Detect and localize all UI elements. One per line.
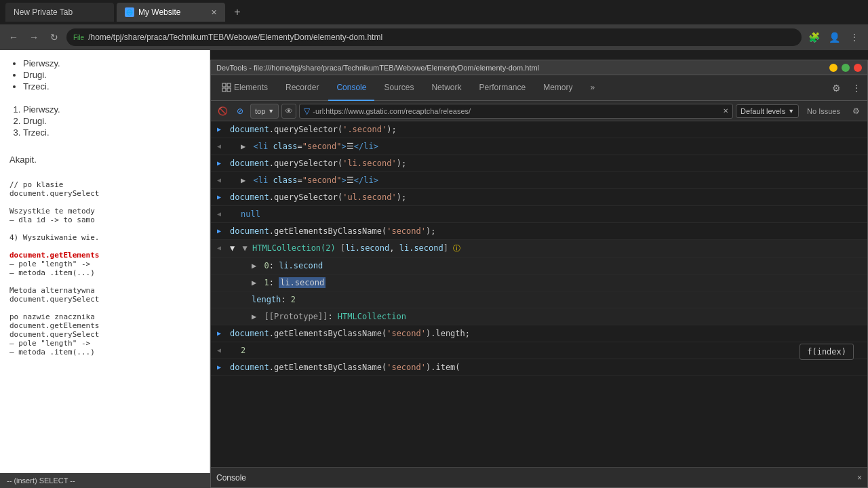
tab-sources[interactable]: Sources <box>376 75 422 101</box>
entry-text: document.querySelector('.second'); <box>227 123 867 136</box>
more-icon[interactable]: ⋮ <box>848 80 865 96</box>
console-entry-prototype: ▶ [[Prototype]]: HTMLCollection <box>211 308 867 325</box>
back-button[interactable]: ← <box>5 29 22 45</box>
filter-clear-btn[interactable]: ✕ <box>723 107 728 115</box>
entry-item: ▶ 1: li.second <box>227 276 867 289</box>
context-label: top <box>255 107 265 115</box>
tab-title: My Website <box>138 7 180 17</box>
tab-elements-label: Elements <box>234 83 268 92</box>
entry-spacer <box>211 276 227 288</box>
tab-performance[interactable]: Performance <box>471 75 534 101</box>
entry-arrow-right[interactable]: ▶ <box>211 190 227 203</box>
maximize-button[interactable] <box>842 64 850 72</box>
entry-prototype: ▶ [[Prototype]]: HTMLCollection <box>227 310 867 323</box>
reload-button[interactable]: ↻ <box>46 29 62 45</box>
entry-arrow-left[interactable]: ◀ <box>211 241 227 253</box>
paragraph-label: Akapit. <box>9 155 200 165</box>
status-mode: -- (insert) SELECT -- <box>7 476 75 485</box>
tab-elements[interactable]: Elements <box>214 75 276 101</box>
entry-arrow-left[interactable]: ◀ <box>211 174 227 186</box>
entry-arrow-left[interactable]: ◀ <box>211 344 227 356</box>
devtools-titlebar: DevTools - file:///home/tpj/share/praca/… <box>211 60 867 75</box>
new-tab-button[interactable]: + <box>228 3 247 22</box>
list-item: Trzeci. <box>23 127 200 138</box>
extensions-button[interactable]: 🧩 <box>806 29 822 45</box>
unordered-list: Pierwszy. Drugi. Trzeci. <box>9 58 200 92</box>
console-entry-expanded: ◀ ▼ ▼ HTMLCollection(2) [li.second, li.s… <box>211 240 867 258</box>
console-entry: ◀ ▶ <li class="second">☰</li> <box>211 138 867 155</box>
entry-text: document.getElementsByClassName('second'… <box>227 224 867 238</box>
list-item: Pierwszy. <box>23 58 200 68</box>
tab-performance-label: Performance <box>479 83 526 92</box>
console-entry-item1: ▶ 1: li.second <box>211 274 867 291</box>
settings-icon[interactable]: ⚙ <box>828 80 844 96</box>
menu-button[interactable]: ⋮ <box>846 29 863 45</box>
profile-button[interactable]: 👤 <box>826 29 842 45</box>
console-filter-btn[interactable]: ⊘ <box>233 104 248 119</box>
tab-new-private[interactable]: New Private Tab <box>5 3 114 22</box>
console-toolbar: 🚫 ⊘ top ▼ 👁 ▽ -url:https://www.gstatic.c… <box>211 101 867 121</box>
console-entry-item0: ▶ 0: li.second <box>211 258 867 274</box>
svg-rect-1 <box>227 83 231 87</box>
minimize-button[interactable] <box>829 64 837 72</box>
entry-arrow-right[interactable]: ▶ <box>211 123 227 135</box>
tooltip: f(index) <box>800 344 854 360</box>
console-entry: ◀ null <box>211 206 867 223</box>
console-entry: ▶ document.getElementsByClassName('secon… <box>211 223 867 240</box>
tooltip-text: f(index) <box>807 347 846 357</box>
tab-console[interactable]: Console <box>328 75 374 101</box>
tab-console-label: Console <box>336 83 366 92</box>
log-level-selector[interactable]: Default levels ▼ <box>736 104 799 118</box>
list-item: Trzeci. <box>23 81 200 92</box>
url-scheme: File <box>73 34 84 41</box>
console-output[interactable]: ▶ document.querySelector('.second'); ◀ ▶… <box>211 121 867 467</box>
console-clear-btn[interactable]: 🚫 <box>215 104 230 119</box>
console-entry: ▶ document.querySelector('ul.second'); <box>211 189 867 206</box>
entry-arrow-right[interactable]: ▶ <box>211 157 227 169</box>
entry-arrow-right[interactable]: ▶ <box>211 361 227 373</box>
list-item: Drugi. <box>23 70 200 80</box>
svg-rect-0 <box>222 83 226 87</box>
forward-button[interactable]: → <box>26 29 42 45</box>
entry-number: 2 <box>227 344 867 357</box>
entry-item: ▶ 0: li.second <box>227 259 867 272</box>
console-settings-btn[interactable]: ⚙ <box>848 104 863 119</box>
devtools-icons: ⚙ ⋮ <box>828 80 865 96</box>
page-content: Pierwszy. Drugi. Trzeci. Pierwszy. Drugi… <box>0 50 210 488</box>
entry-arrow-left[interactable]: ◀ <box>211 140 227 152</box>
console-bar: Console × <box>211 467 867 487</box>
entry-arrow-right[interactable]: ▶ <box>211 327 227 339</box>
tab-network[interactable]: Network <box>423 75 469 101</box>
url-text: /home/tpj/share/praca/TechnikumTEB/Webow… <box>88 33 382 42</box>
entry-collection: ▼ ▼ HTMLCollection(2) [li.second, li.sec… <box>227 241 867 256</box>
filter-icon: ▽ <box>304 106 310 116</box>
entry-output: ▶ <li class="second">☰</li> <box>227 140 867 153</box>
devtools-panel: DevTools - file:///home/tpj/share/praca/… <box>210 60 868 488</box>
entry-arrow-left[interactable]: ◀ <box>211 207 227 220</box>
console-bar-title: Console <box>216 473 246 483</box>
tab-my-website[interactable]: 🌐 My Website ✕ <box>117 3 225 22</box>
tab-sources-label: Sources <box>384 83 414 92</box>
eye-button[interactable]: 👁 <box>281 104 296 119</box>
main-area: Pierwszy. Drugi. Trzeci. Pierwszy. Drugi… <box>0 50 868 488</box>
close-button[interactable] <box>854 64 862 72</box>
console-bar-close-btn[interactable]: × <box>857 473 862 483</box>
tab-memory-label: Memory <box>543 83 572 92</box>
tab-more[interactable]: » <box>583 75 604 101</box>
tab-recorder[interactable]: Recorder <box>277 75 327 101</box>
context-selector[interactable]: top ▼ <box>250 104 279 119</box>
tab-close-btn[interactable]: ✕ <box>211 8 217 17</box>
entry-property: length: 2 <box>227 293 867 306</box>
nav-bar: ← → ↻ File /home/tpj/share/praca/Technik… <box>0 24 868 50</box>
entry-arrow-right[interactable]: ▶ <box>211 224 227 237</box>
tab-memory[interactable]: Memory <box>535 75 580 101</box>
console-entry: ▶ document.querySelector('li.second'); <box>211 155 867 172</box>
devtools-tab-bar: Elements Recorder Console Sources Networ… <box>211 75 867 101</box>
context-chevron: ▼ <box>268 108 274 115</box>
url-bar[interactable]: File /home/tpj/share/praca/TechnikumTEB/… <box>66 28 802 46</box>
tab-favicon: 🌐 <box>125 7 134 17</box>
entry-spacer <box>211 293 227 305</box>
console-entry-length: length: 2 <box>211 291 867 308</box>
filter-text: -url:https://www.gstatic.com/recaptcha/r… <box>313 107 471 115</box>
devtools-title: DevTools - file:///home/tpj/share/praca/… <box>216 64 539 72</box>
